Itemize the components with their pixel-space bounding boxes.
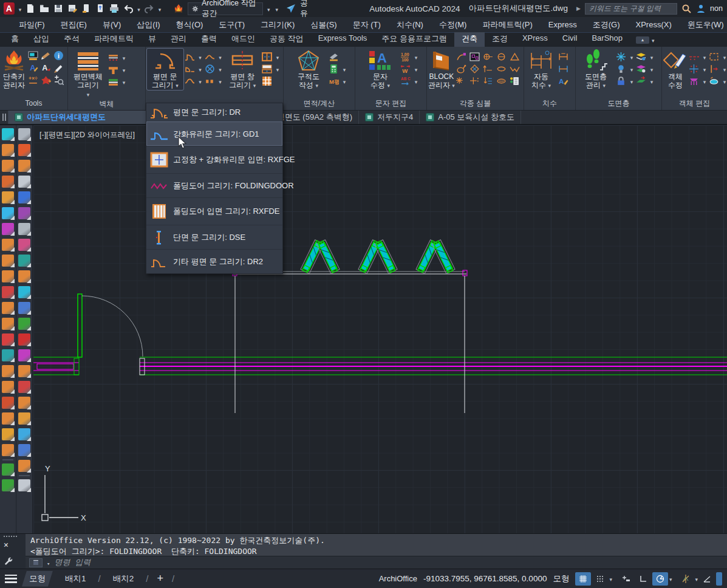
tool-icon[interactable] xyxy=(2,255,14,267)
object-grid-icon[interactable] xyxy=(689,64,699,74)
window-elev2-icon[interactable] xyxy=(262,64,272,74)
symbol-lasso-icon[interactable] xyxy=(456,64,466,74)
qat-overflow-caret-icon[interactable] xyxy=(276,4,279,13)
window-circle-caret-icon[interactable] xyxy=(219,64,222,74)
search-icon[interactable] xyxy=(681,3,692,14)
layer-color-icon[interactable] xyxy=(636,64,646,74)
new-file-icon[interactable] xyxy=(26,3,35,14)
info-icon[interactable]: i xyxy=(53,50,64,61)
layer-lock-icon[interactable] xyxy=(616,76,626,86)
auto-dim-button[interactable]: 자동 치수 xyxy=(525,49,557,90)
tool-icon[interactable] xyxy=(2,207,14,219)
symbol-star-dots-icon[interactable] xyxy=(469,76,480,86)
tool-icon[interactable] xyxy=(18,381,30,393)
tool-icon[interactable] xyxy=(18,286,30,298)
text-modify-caret-icon[interactable] xyxy=(387,81,390,90)
door-type3-caret-icon[interactable] xyxy=(199,64,202,74)
text-width-icon[interactable]: W xyxy=(400,64,411,74)
save-as-icon[interactable] xyxy=(67,3,77,14)
area-calc-button[interactable]: 구적도 작성 xyxy=(290,49,327,90)
grid-toggle-button[interactable] xyxy=(575,572,591,586)
pyeong-convert-icon[interactable]: M평 xyxy=(329,76,339,86)
text-swap-caret-icon[interactable] xyxy=(415,77,418,86)
snap-caret-icon[interactable] xyxy=(609,574,612,583)
tool-icon[interactable] xyxy=(18,128,30,140)
block-manager-button[interactable]: BLOCK 관리자 xyxy=(428,49,455,90)
tool-icon[interactable] xyxy=(18,349,30,361)
auto-dim-caret-icon[interactable] xyxy=(548,81,551,90)
ribbon-tab[interactable]: 건축 xyxy=(454,32,485,47)
tool-icon[interactable] xyxy=(2,412,14,425)
print-icon[interactable] xyxy=(109,3,119,14)
document-tab[interactable]: 아파트단위세대평면도 xyxy=(9,111,168,124)
layer-on-icon[interactable] xyxy=(616,64,626,74)
menu-item[interactable]: 조경(G) xyxy=(585,17,628,32)
wall-tee-icon[interactable] xyxy=(108,64,118,75)
tool-icon[interactable] xyxy=(18,255,30,267)
tool-icon[interactable] xyxy=(18,365,30,377)
wall-dotted-caret-icon[interactable] xyxy=(123,53,126,62)
tool-icon[interactable] xyxy=(2,223,14,235)
text-modify-button[interactable]: A 문자 수정 xyxy=(361,49,399,90)
brush-tool-icon[interactable] xyxy=(41,50,51,61)
tool-icon[interactable] xyxy=(18,397,30,409)
document-tab[interactable]: A-05 보육시설 창호도 xyxy=(420,111,521,124)
document-tab[interactable]: 저두지구4 xyxy=(359,111,420,124)
layer-move-caret-icon[interactable] xyxy=(650,77,654,86)
tool-icon[interactable] xyxy=(18,460,30,472)
shortcut-manager-button[interactable]: 단축키 관리자 xyxy=(1,49,27,89)
command-grip[interactable] xyxy=(4,536,17,538)
symbol-level-icon[interactable] xyxy=(483,52,493,62)
undo-caret-icon[interactable] xyxy=(137,4,140,13)
layout-tab-model[interactable]: 모형 xyxy=(22,571,53,587)
command-close-icon[interactable]: ✕ xyxy=(4,541,26,549)
tool-icon[interactable] xyxy=(2,397,14,409)
layer-manager-button[interactable]: 도면층 관리 xyxy=(577,49,615,90)
tool-icon[interactable] xyxy=(2,463,14,476)
text-style-icon[interactable]: A xyxy=(28,63,38,73)
logo-menu-caret-icon[interactable] xyxy=(19,4,22,13)
menu-item[interactable]: 도구(T) xyxy=(211,17,253,32)
layout-tab-1[interactable]: 배치1 xyxy=(58,571,94,587)
object-modify-button[interactable]: 객체 수정 xyxy=(663,49,688,89)
tool-icon[interactable] xyxy=(18,144,30,156)
tool-icon[interactable] xyxy=(18,223,30,235)
layer-stack-caret-icon[interactable] xyxy=(650,52,654,61)
title-expand-icon[interactable]: ▶ xyxy=(576,5,581,12)
hamburger-menu-icon[interactable] xyxy=(5,575,17,583)
tool-icon[interactable] xyxy=(18,176,30,188)
tool-icon[interactable] xyxy=(2,381,14,393)
tool-icon[interactable] xyxy=(2,333,14,346)
command-input[interactable]: 명령 입력 xyxy=(26,556,727,569)
symbol-c1-icon[interactable] xyxy=(496,64,507,74)
calculator-icon[interactable] xyxy=(329,64,339,74)
tool-icon[interactable] xyxy=(2,160,14,172)
menu-item[interactable]: 편집(E) xyxy=(53,17,95,32)
object-ellipse-icon[interactable] xyxy=(709,76,719,86)
tool-icon[interactable] xyxy=(18,302,30,314)
user-account-icon[interactable] xyxy=(695,3,706,14)
menu-item-door-dr[interactable]: 평면 문 그리기: DR xyxy=(146,103,282,121)
ruler-icon[interactable] xyxy=(329,52,339,62)
share-label[interactable]: 공유 xyxy=(300,0,310,19)
save-icon[interactable] xyxy=(53,3,63,14)
wall-draw-button[interactable]: 평면벽체 그리기 xyxy=(69,49,107,98)
ribbon-tab[interactable]: 주석 xyxy=(56,32,87,47)
ortho-toggle-button[interactable] xyxy=(635,572,651,586)
object-dotline-caret-icon[interactable] xyxy=(703,52,706,61)
ribbon-tab[interactable]: 뷰 xyxy=(141,32,163,47)
calc-operators-icon[interactable]: +×÷ xyxy=(28,75,38,85)
tool-icon[interactable] xyxy=(2,270,14,282)
symbol-plan-icon[interactable] xyxy=(469,52,480,62)
layer-move-icon[interactable] xyxy=(636,76,646,86)
undo-icon[interactable] xyxy=(123,3,133,14)
door-type3-icon[interactable] xyxy=(185,64,195,74)
menu-item[interactable]: 삽입(I) xyxy=(129,17,168,32)
menu-item-folding-door-elev-rxfde[interactable]: 폴딩도어 입면 그리기: RXFDE xyxy=(146,197,282,225)
menu-item[interactable]: 형식(O) xyxy=(168,17,211,32)
ribbon-tab[interactable]: 파라메트릭 xyxy=(87,32,141,47)
text-width-caret-icon[interactable] xyxy=(415,64,418,74)
symbol-lens-icon[interactable] xyxy=(496,76,507,86)
wall-hatch-icon[interactable] xyxy=(108,77,118,87)
monitor-tool-icon[interactable] xyxy=(28,50,38,61)
